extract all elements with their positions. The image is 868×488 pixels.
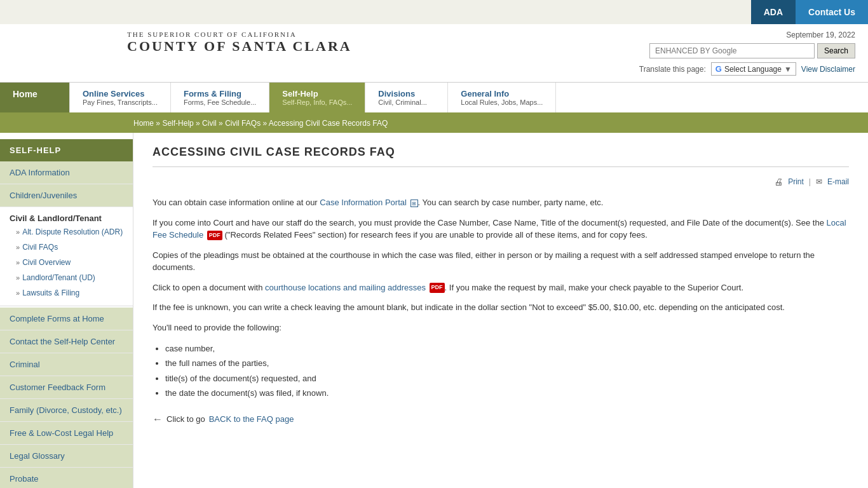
back-link-prefix: Click to go [166, 414, 205, 424]
contact-button[interactable]: Contact Us [796, 0, 868, 24]
sidebar-item-probate[interactable]: Probate [0, 468, 133, 488]
nav-forms-filing-sub: Forms, Fee Schedule... [184, 98, 256, 106]
search-button[interactable]: Search [817, 43, 855, 58]
list-item-2: the full names of the parties, [165, 356, 849, 370]
nav-self-help[interactable]: Self-Help Self-Rep, Info, FAQs... [269, 83, 365, 112]
sidebar-civil-section: Civil & Landlord/Tenant Alt. Dispute Res… [0, 207, 133, 306]
para-3: Copies of the pleadings must be obtained… [153, 249, 849, 274]
translate-label: Translate this page: [639, 65, 706, 74]
nav-self-help-sub: Self-Rep, Info, FAQs... [282, 98, 352, 106]
list-item-3: title(s) of the document(s) requested, a… [165, 371, 849, 386]
main-nav: Home Online Services Pay Fines, Transcri… [0, 83, 868, 114]
select-language-text: Select Language [724, 65, 782, 74]
sidebar-item-legal-glossary[interactable]: Legal Glossary [0, 445, 133, 468]
pdf-icon-2: PDF [430, 283, 445, 293]
logo-area: THE SUPERIOR COURT OF CALIFORNIA COUNTY … [127, 30, 352, 55]
list-item-1: case number, [165, 341, 849, 356]
list-item-4: the date the document(s) was filed, if k… [165, 386, 849, 400]
para-2: If you come into Court and have our staf… [153, 217, 849, 241]
view-disclaimer-link[interactable]: View Disclaimer [801, 65, 855, 74]
google-g-icon: G [715, 64, 722, 74]
nav-forms-filing[interactable]: Forms & Filing Forms, Fee Schedule... [171, 83, 269, 112]
sidebar-item-complete-forms[interactable]: Complete Forms at Home [0, 308, 133, 330]
google-translate-box[interactable]: G Select Language ▼ [711, 62, 796, 76]
print-link[interactable]: Print [788, 177, 804, 186]
para-4: Click to open a document with courthouse… [153, 281, 849, 294]
separator: | [809, 177, 811, 186]
sidebar-subitem-adr[interactable]: Alt. Dispute Resolution (ADR) [0, 224, 133, 240]
ada-button[interactable]: ADA [751, 0, 796, 24]
nav-forms-filing-label: Forms & Filing [184, 89, 256, 98]
sidebar-item-free-legal[interactable]: Free & Low-Cost Legal Help [0, 422, 133, 445]
para-6: You'll need to provide the following: [153, 322, 849, 334]
sidebar-item-children[interactable]: Children/Juveniles [0, 184, 133, 207]
para-5: If the fee is unknown, you can write a c… [153, 301, 849, 314]
email-link[interactable]: E-mail [827, 177, 849, 186]
courthouse-locations-link[interactable]: courthouse locations and mailing address… [265, 283, 426, 292]
nav-divisions[interactable]: Divisions Civil, Criminal... [365, 83, 448, 112]
sidebar: SELF-HELP ADA Information Children/Juven… [0, 133, 133, 488]
breadcrumb-civil-faqs[interactable]: Civil FAQs [225, 119, 261, 128]
logo-line2: COUNTY OF SANTA CLARA [127, 38, 352, 55]
pdf-icon-1: PDF [207, 231, 222, 241]
nav-divisions-sub: Civil, Criminal... [378, 98, 435, 106]
breadcrumb-home[interactable]: Home [133, 119, 154, 128]
sidebar-header: SELF-HELP [0, 139, 133, 161]
sidebar-item-ada[interactable]: ADA Information [0, 161, 133, 184]
nav-general-info-sub: Local Rules, Jobs, Maps... [461, 98, 543, 106]
content-wrapper: SELF-HELP ADA Information Children/Juven… [0, 133, 868, 488]
page-title: ACCESSING CIVIL CASE RECORDS FAQ [153, 146, 849, 167]
header-right: September 19, 2022 Search Translate this… [639, 30, 855, 76]
language-dropdown-arrow: ▼ [784, 65, 792, 74]
external-link-icon: ⊞ [410, 200, 418, 207]
back-link-area: ← Click to go BACK to the FAQ page [153, 414, 849, 425]
nav-online-services[interactable]: Online Services Pay Fines, Transcripts..… [70, 83, 171, 112]
print-icon: 🖨 [774, 177, 783, 187]
header: THE SUPERIOR COURT OF CALIFORNIA COUNTY … [0, 24, 868, 83]
sidebar-item-customer-feedback[interactable]: Customer Feedback Form [0, 376, 133, 399]
logo-line1: THE SUPERIOR COURT OF CALIFORNIA [127, 30, 352, 38]
sidebar-civil-header: Civil & Landlord/Tenant [0, 207, 133, 224]
top-bar: ADA Contact Us [0, 0, 868, 24]
search-input[interactable] [649, 43, 815, 58]
sidebar-subitem-landlord[interactable]: Landlord/Tenant (UD) [0, 270, 133, 285]
translate-area: Translate this page: G Select Language ▼… [639, 62, 855, 76]
back-faq-link[interactable]: BACK to the FAQ page [209, 414, 294, 424]
print-email-bar: 🖨 Print | ✉ E-mail [153, 177, 849, 187]
breadcrumb-self-help[interactable]: Self-Help [162, 119, 193, 128]
sidebar-subitem-civil-overview[interactable]: Civil Overview [0, 255, 133, 270]
breadcrumb: Home » Self-Help » Civil » Civil FAQs » … [0, 114, 868, 133]
nav-self-help-label: Self-Help [282, 89, 352, 98]
fee-schedule-link[interactable]: Local Fee Schedule [153, 218, 846, 240]
nav-online-services-label: Online Services [83, 89, 158, 98]
back-arrow-icon: ← [153, 414, 163, 425]
breadcrumb-civil[interactable]: Civil [202, 119, 217, 128]
case-portal-link[interactable]: Case Information Portal [320, 198, 407, 207]
email-icon: ✉ [816, 177, 822, 186]
sidebar-item-family[interactable]: Family (Divorce, Custody, etc.) [0, 399, 133, 422]
nav-general-info[interactable]: General Info Local Rules, Jobs, Maps... [448, 83, 556, 112]
sidebar-subitem-lawsuits[interactable]: Lawsuits & Filing [0, 285, 133, 301]
main-content: ACCESSING CIVIL CASE RECORDS FAQ 🖨 Print… [133, 133, 868, 488]
provide-list: case number, the full names of the parti… [165, 341, 849, 401]
breadcrumb-current: Accessing Civil Case Records FAQ [269, 119, 388, 128]
date-display: September 19, 2022 [786, 30, 855, 39]
search-area: Search [649, 43, 855, 58]
sidebar-subitem-civil-faqs[interactable]: Civil FAQs [0, 240, 133, 255]
nav-online-services-sub: Pay Fines, Transcripts... [83, 98, 158, 106]
sidebar-item-contact-self-help[interactable]: Contact the Self-Help Center [0, 330, 133, 353]
para-1: You can obtain case information online a… [153, 196, 849, 209]
sidebar-item-criminal[interactable]: Criminal [0, 353, 133, 376]
nav-home-label: Home [13, 89, 57, 99]
nav-general-info-label: General Info [461, 89, 543, 98]
nav-home[interactable]: Home [0, 83, 70, 112]
nav-divisions-label: Divisions [378, 89, 435, 98]
